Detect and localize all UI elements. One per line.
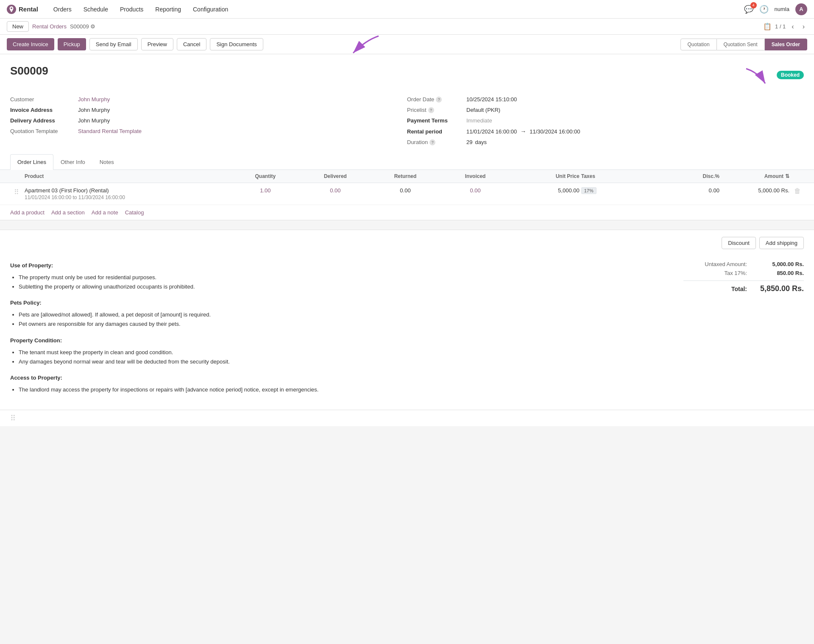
rental-period-start[interactable]: 11/01/2024 16:00:00 (466, 128, 517, 135)
tax-value: 850.00 Rs. (757, 270, 804, 276)
order-number: S00009 (10, 64, 48, 78)
nav-link-configuration[interactable]: Configuration (188, 3, 233, 15)
nav-link-products[interactable]: Products (115, 3, 148, 15)
tabs-container: Order Lines Other Info Notes (0, 154, 814, 170)
customer-value[interactable]: John Murphy (78, 96, 110, 103)
totals-section: Untaxed Amount: 5,000.00 Rs. Tax 17%: 85… (412, 258, 804, 396)
nav-logo[interactable]: Rental (7, 5, 38, 14)
product-name[interactable]: Apartment 03 (First Floor) (Rental) (25, 187, 229, 194)
preview-button[interactable]: Preview (141, 38, 173, 50)
delivery-address-value: John Murphy (78, 117, 110, 124)
table-header: Product Quantity Delivered Returned Invo… (0, 170, 814, 183)
new-button[interactable]: New (7, 21, 29, 32)
col-returned: 0.00 (371, 187, 439, 194)
col-disc[interactable]: 0.00 (651, 187, 719, 194)
col-header-unit-price: Unit Price (511, 173, 580, 179)
delivery-address-label: Delivery Address (10, 117, 78, 124)
use-of-property-title: Use of Property: (10, 261, 402, 270)
tax-label: Tax 17%: (683, 270, 747, 276)
form-right: Order Date ? 10/25/2024 15:10:00 Priceli… (407, 94, 804, 147)
status-step-quotation[interactable]: Quotation (680, 39, 717, 50)
pickup-button[interactable]: Pickup (58, 38, 86, 50)
total-row: Total: 5,850.00 Rs. (683, 280, 804, 293)
nav-link-schedule[interactable]: Schedule (78, 3, 113, 15)
total-label: Total: (683, 286, 747, 292)
breadcrumb-bar: New Rental Orders S00009 ⚙ 📋 1 / 1 ‹ › (0, 19, 814, 35)
discount-button[interactable]: Discount (722, 237, 756, 249)
summary-section: Discount Add shipping Use of Property: T… (0, 230, 814, 410)
add-section-link[interactable]: Add a section (51, 209, 85, 216)
access-to-property-list: The landlord may access the property for… (10, 385, 402, 394)
nav-link-reporting[interactable]: Reporting (150, 3, 186, 15)
list-item: Pets are [allowed/not allowed]. If allow… (19, 310, 402, 319)
col-invoiced[interactable]: 0.00 (441, 187, 510, 194)
next-page-button[interactable]: › (800, 22, 807, 31)
clock-icon[interactable]: 🕐 (759, 5, 769, 14)
tax-badge: 17% (581, 187, 597, 194)
property-condition-list: The tenant must keep the property in cle… (10, 348, 402, 366)
breadcrumb-parent-link[interactable]: Rental Orders (32, 23, 67, 30)
top-nav: Rental Orders Schedule Products Reportin… (0, 0, 814, 19)
tab-order-lines[interactable]: Order Lines (10, 154, 53, 170)
nav-logo-text: Rental (19, 6, 38, 13)
tab-other-info[interactable]: Other Info (53, 154, 92, 170)
payment-terms-value: Immediate (466, 117, 492, 124)
catalog-link[interactable]: Catalog (125, 209, 144, 216)
add-product-link[interactable]: Add a product (10, 209, 45, 216)
cancel-button[interactable]: Cancel (177, 38, 206, 50)
bottom-drag-handle[interactable]: ⠿ (0, 410, 814, 426)
col-header-disc: Disc.% (651, 173, 719, 179)
list-item: Subletting the property or allowing unau… (19, 282, 402, 291)
list-item: Pet owners are responsible for any damag… (19, 319, 402, 329)
form-left: Customer John Murphy Invoice Address Joh… (10, 94, 407, 147)
col-delivered[interactable]: 0.00 (301, 187, 369, 194)
col-unit-price[interactable]: 5,000.00 (511, 187, 580, 194)
status-step-sales-order[interactable]: Sales Order (765, 39, 807, 50)
col-header-delivered: Delivered (301, 173, 369, 179)
create-invoice-button[interactable]: Create Invoice (7, 38, 54, 50)
tax-row: Tax 17%: 850.00 Rs. (683, 270, 804, 276)
product-info: Apartment 03 (First Floor) (Rental) 11/0… (25, 187, 229, 200)
arrow-annotation-2 (738, 64, 772, 86)
rental-period-value: 11/01/2024 16:00:00 → 11/30/2024 16:00:0… (466, 128, 580, 135)
notifications-icon[interactable]: 💬 4 (744, 5, 753, 14)
rental-period-end[interactable]: 11/30/2024 16:00:00 (530, 128, 580, 135)
col-quantity[interactable]: 1.00 (231, 187, 299, 194)
rental-period-label: Rental period (407, 128, 466, 135)
breadcrumb-record: S00009 ⚙ (70, 23, 95, 30)
order-date-value: 10/25/2024 15:10:00 (466, 96, 517, 103)
copy-icon[interactable]: 📋 (763, 22, 772, 31)
list-item: The landlord may access the property for… (19, 385, 402, 394)
list-item: Any damages beyond normal wear and tear … (19, 357, 402, 366)
col-taxes[interactable]: 17% (581, 187, 650, 194)
action-bar: Create Invoice Pickup Send by Email Prev… (0, 35, 814, 54)
pricelist-label: Pricelist ? (407, 107, 466, 113)
send-by-email-button[interactable]: Send by Email (89, 38, 138, 50)
untaxed-label: Untaxed Amount: (683, 261, 747, 267)
list-item: The tenant must keep the property in cle… (19, 348, 402, 357)
delete-row-button[interactable]: 🗑 (791, 187, 804, 195)
quotation-template-value[interactable]: Standard Rental Template (78, 128, 142, 134)
pets-policy-title: Pets Policy: (10, 298, 402, 308)
sign-documents-button[interactable]: Sign Documents (210, 38, 263, 50)
col-header-taxes: Taxes (581, 173, 650, 179)
prev-page-button[interactable]: ‹ (789, 22, 796, 31)
pricelist-value: Default (PKR) (466, 107, 500, 113)
add-shipping-button[interactable]: Add shipping (759, 237, 804, 249)
nav-link-orders[interactable]: Orders (48, 3, 77, 15)
user-avatar[interactable]: A (795, 3, 807, 15)
pets-policy-list: Pets are [allowed/not allowed]. If allow… (10, 310, 402, 329)
table-footer: Add a product Add a section Add a note C… (0, 205, 814, 220)
total-value: 5,850.00 Rs. (757, 284, 804, 293)
product-dates: 11/01/2024 16:00:00 to 11/30/2024 16:00:… (25, 194, 229, 200)
add-note-link[interactable]: Add a note (92, 209, 118, 216)
status-step-quotation-sent[interactable]: Quotation Sent (717, 39, 765, 50)
tab-notes[interactable]: Notes (92, 154, 121, 170)
drag-handle[interactable]: ⠿ (10, 187, 23, 196)
sort-icon[interactable]: ⇅ (785, 173, 789, 179)
list-item: The property must only be used for resid… (19, 273, 402, 282)
summary-grid: Use of Property: The property must only … (10, 258, 804, 396)
invoice-address-value: John Murphy (78, 107, 110, 113)
col-header-product: Product (25, 173, 229, 179)
col-header-quantity: Quantity (231, 173, 299, 179)
